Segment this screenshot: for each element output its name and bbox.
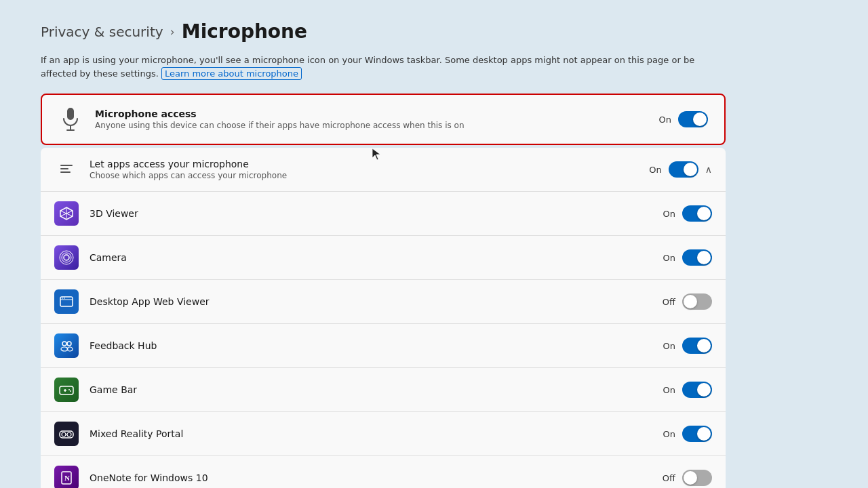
app-state: On (663, 429, 675, 439)
list-icon (54, 157, 79, 182)
app-name: Camera (90, 252, 127, 263)
list-item: Game Bar On (41, 368, 726, 412)
app-name: Feedback Hub (90, 340, 157, 351)
app-left: Game Bar (54, 378, 137, 402)
let-apps-toggle-track[interactable] (669, 161, 698, 178)
svg-point-16 (64, 298, 65, 299)
app-right: On (663, 205, 712, 222)
microphone-access-subtitle: Anyone using this device can choose if t… (95, 121, 465, 130)
list-item: Mixed Reality Portal On (41, 412, 726, 456)
svg-point-28 (67, 432, 71, 436)
let-apps-right: On ∧ (649, 161, 712, 178)
app-toggle[interactable] (682, 338, 712, 354)
let-apps-header[interactable]: Let apps access your microphone Choose w… (41, 148, 726, 191)
svg-point-25 (70, 390, 71, 392)
app-state: Off (663, 473, 675, 483)
svg-point-18 (67, 342, 71, 346)
let-apps-text-wrap: Let apps access your microphone Choose w… (90, 159, 287, 180)
app-icon-mixedreality (54, 422, 79, 446)
app-left: Feedback Hub (54, 333, 157, 358)
svg-point-15 (62, 298, 63, 299)
list-item: Desktop App Web Viewer Off (41, 280, 726, 324)
let-apps-section: Let apps access your microphone Choose w… (41, 148, 726, 192)
svg-point-27 (62, 432, 66, 436)
description-text: If an app is using your microphone, you'… (41, 55, 694, 79)
microphone-access-text: Microphone access Anyone using this devi… (95, 108, 465, 130)
app-name: Mixed Reality Portal (90, 428, 183, 439)
app-icon-onenote: N (54, 466, 79, 488)
list-item: Camera On (41, 236, 726, 280)
page-title: Microphone (182, 20, 307, 43)
app-right: On (663, 426, 712, 442)
breadcrumb-separator: › (170, 24, 175, 39)
content-area: Microphone access Anyone using this devi… (41, 94, 726, 488)
microphone-access-title: Microphone access (95, 108, 465, 119)
svg-rect-3 (60, 165, 73, 166)
app-left: Camera (54, 245, 127, 270)
app-state: Off (663, 297, 675, 307)
app-left: Mixed Reality Portal (54, 422, 183, 446)
page-description: If an app is using your microphone, you'… (41, 54, 712, 80)
app-icon-feedbackhub (54, 333, 79, 358)
svg-point-24 (68, 389, 70, 390)
app-right: Off (663, 293, 712, 310)
card-left: Microphone access Anyone using this devi… (58, 107, 465, 131)
microphone-icon (58, 107, 83, 131)
app-icon-camera (54, 245, 79, 270)
svg-point-11 (62, 253, 71, 262)
app-name: Game Bar (90, 384, 137, 395)
list-item: N OneNote for Windows 10 Off (41, 456, 726, 488)
list-item: 3D Viewer On (41, 192, 726, 236)
svg-point-17 (62, 342, 66, 346)
app-state: On (663, 253, 675, 263)
app-name: 3D Viewer (90, 208, 138, 219)
app-toggle[interactable] (682, 249, 712, 266)
svg-point-10 (64, 255, 69, 260)
learn-more-link[interactable]: Learn more about microphone (161, 67, 302, 80)
app-state: On (663, 385, 675, 395)
svg-text:N: N (64, 474, 70, 482)
app-toggle[interactable] (682, 382, 712, 398)
app-state: On (663, 209, 675, 219)
svg-rect-5 (60, 171, 71, 173)
microphone-access-card: Microphone access Anyone using this devi… (41, 94, 726, 145)
app-left: N OneNote for Windows 10 (54, 466, 208, 488)
breadcrumb: Privacy & security › Microphone (41, 20, 827, 43)
let-apps-subtitle: Choose which apps can access your microp… (90, 171, 287, 180)
svg-rect-4 (60, 168, 68, 169)
app-left: Desktop App Web Viewer (54, 289, 210, 314)
app-icon-desktopweb (54, 289, 79, 314)
app-left: 3D Viewer (54, 201, 138, 226)
let-apps-left: Let apps access your microphone Choose w… (54, 157, 287, 182)
app-toggle[interactable] (682, 205, 712, 222)
svg-rect-0 (67, 108, 74, 120)
app-right: Off (663, 470, 712, 486)
app-right: On (663, 249, 712, 266)
app-toggle[interactable] (682, 470, 712, 486)
card-right: On (659, 111, 708, 127)
toggle-track[interactable] (678, 111, 708, 127)
app-toggle[interactable] (682, 426, 712, 442)
app-icon-3dviewer (54, 201, 79, 226)
app-name: OneNote for Windows 10 (90, 472, 208, 483)
let-apps-toggle-thumb (684, 163, 697, 176)
app-icon-gamebar (54, 378, 79, 402)
chevron-up-icon: ∧ (705, 164, 712, 175)
app-right: On (663, 338, 712, 354)
breadcrumb-parent[interactable]: Privacy & security (41, 24, 163, 40)
let-apps-state: On (649, 165, 661, 175)
microphone-access-state: On (659, 115, 671, 125)
app-list-container: Let apps access your microphone Choose w… (41, 148, 726, 488)
app-toggle[interactable] (682, 293, 712, 310)
microphone-access-toggle[interactable] (678, 111, 708, 127)
let-apps-toggle[interactable] (669, 161, 698, 178)
app-state: On (663, 341, 675, 351)
toggle-thumb (693, 113, 707, 126)
app-name: Desktop App Web Viewer (90, 296, 210, 307)
app-right: On (663, 382, 712, 398)
let-apps-title: Let apps access your microphone (90, 159, 287, 169)
list-item: Feedback Hub On (41, 324, 726, 368)
